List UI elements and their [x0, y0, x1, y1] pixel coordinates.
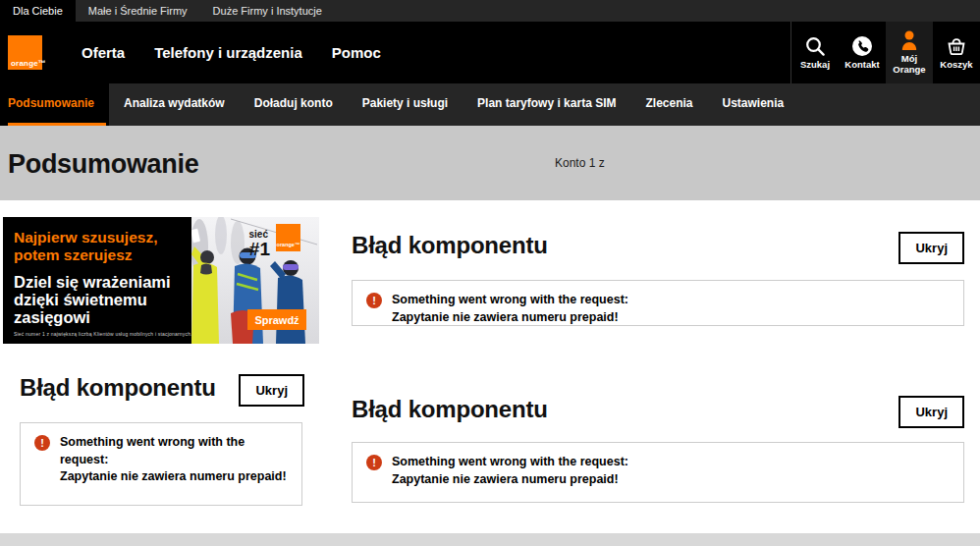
footer-strip [0, 533, 980, 546]
orange-logo-text: orange™ [11, 59, 46, 68]
error-message: Something went wrong with the request: Z… [392, 454, 628, 491]
contact-button[interactable]: Kontakt [839, 22, 886, 83]
search-icon [804, 35, 826, 57]
error-message-box: ! Something went wrong with the request:… [352, 442, 964, 503]
phone-icon [851, 35, 873, 57]
hide-button[interactable]: Ukryj [239, 374, 304, 407]
contact-label: Kontakt [844, 60, 879, 71]
error-section-top-right: Błąd komponentu Ukryj [352, 232, 964, 264]
tab-analiza-wydatkow[interactable]: Analiza wydatków [109, 83, 240, 126]
banner-orange-logo-text: orange™ [277, 242, 300, 247]
main-content: Najpierw szusujesz, potem szerujesz Dzie… [0, 200, 980, 533]
search-label: Szukaj [800, 60, 830, 71]
tab-zlecenia[interactable]: Zlecenia [630, 83, 707, 126]
error-heading: Błąd komponentu [352, 396, 548, 423]
account-selector-label[interactable]: Konto 1 z [555, 156, 605, 170]
utility-tab-duze-firmy[interactable]: Duże Firmy i Instytucje [200, 0, 335, 22]
tab-pakiety-i-uslugi[interactable]: Pakiety i usługi [348, 83, 463, 126]
promo-banner-text-panel: Najpierw szusujesz, potem szerujesz Dzie… [3, 217, 191, 344]
utility-tab-male-srednie-firmy[interactable]: Małe i Średnie Firmy [76, 0, 200, 22]
tab-ustawienia[interactable]: Ustawienia [708, 83, 799, 126]
error-section-bottom-right: Błąd komponentu Ukryj [352, 396, 964, 428]
search-button[interactable]: Szukaj [791, 22, 839, 83]
nav-link-pomoc[interactable]: Pomoc [332, 44, 381, 61]
tab-podsumowanie[interactable]: Podsumowanie [0, 83, 109, 126]
orange-logo[interactable]: orange™ [8, 35, 42, 70]
hide-button[interactable]: Ukryj [898, 232, 964, 264]
error-message-box: ! Something went wrong with the request:… [352, 280, 964, 326]
tab-doladuj-konto[interactable]: Doładuj konto [240, 83, 348, 126]
moj-orange-button[interactable]: Mój Orange [886, 22, 933, 83]
page-title: Podsumowanie [8, 149, 198, 180]
error-message-box: ! Something went wrong with the request:… [20, 422, 302, 506]
error-heading: Błąd komponentu [352, 232, 548, 259]
error-heading: Błąd komponentu [20, 374, 216, 402]
banner-subheadline: Dziel się wrażeniami dzięki świetnemu za… [14, 273, 191, 326]
page-header: Podsumowanie Konto 1 z [0, 126, 980, 200]
hide-button[interactable]: Ukryj [898, 396, 964, 428]
banner-disclaimer: Sieć numer 1 z największą liczbą Klientó… [14, 331, 192, 337]
banner-cta-label: Sprawdź [254, 314, 299, 326]
promo-banner[interactable]: Najpierw szusujesz, potem szerujesz Dzie… [3, 217, 319, 344]
nav-link-oferta[interactable]: Oferta [82, 44, 125, 61]
nav-actions: Szukaj Kontakt Mój Orange [790, 22, 980, 83]
basket-button[interactable]: Koszyk [933, 22, 980, 83]
account-tabs: Podsumowanie Analiza wydatków Doładuj ko… [0, 83, 980, 126]
network-rank-label: #1 [249, 239, 271, 259]
nav-link-telefony[interactable]: Telefony i urządzenia [154, 44, 302, 61]
banner-headline: Najpierw szusujesz, potem szerujesz [14, 229, 191, 264]
error-message: Something went wrong with the request: Z… [392, 292, 628, 314]
tab-plan-taryfowy[interactable]: Plan taryfowy i karta SIM [463, 83, 630, 126]
main-nav-links: Oferta Telefony i urządzenia Pomoc [82, 44, 381, 61]
person-icon [898, 29, 920, 51]
error-message: Something went wrong with the request: Z… [60, 434, 288, 494]
basket-icon [946, 35, 967, 57]
utility-bar: Dla Ciebie Małe i Średnie Firmy Duże Fir… [0, 0, 980, 22]
main-nav: orange™ Oferta Telefony i urządzenia Pom… [0, 22, 980, 83]
error-section-left: Błąd komponentu Ukryj [20, 374, 304, 407]
moj-orange-label: Mój Orange [888, 54, 931, 76]
basket-label: Koszyk [940, 60, 972, 71]
banner-photo-illustration: sieć #1 orange™ Sprawdź [191, 217, 319, 344]
error-icon: ! [366, 455, 382, 470]
utility-tab-dla-ciebie[interactable]: Dla Ciebie [0, 0, 76, 22]
error-icon: ! [34, 435, 50, 451]
error-icon: ! [366, 293, 382, 308]
